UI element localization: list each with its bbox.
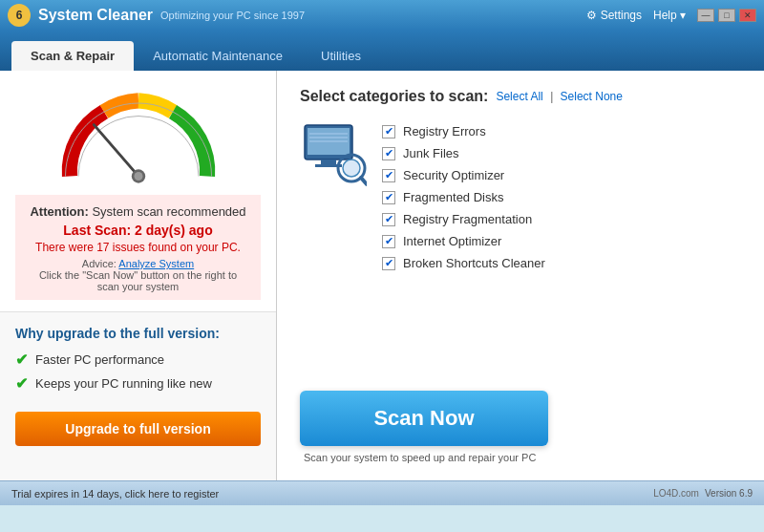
version-text: Version 6.9 <box>705 488 753 499</box>
tabs-container: Scan & Repair Automatic Maintenance Util… <box>0 31 764 71</box>
categories-title: Select categories to scan: <box>300 88 488 105</box>
titlebar: 6 System Cleaner Optimizing your PC sinc… <box>0 0 764 31</box>
main-content: Attention: System scan recommended Last … <box>0 71 764 480</box>
select-none-link[interactable]: Select None <box>561 90 623 103</box>
checkbox-internet-optimizer[interactable]: ✔ <box>382 235 395 248</box>
svg-point-2 <box>134 172 142 181</box>
upgrade-feature-1: ✔ Faster PC performance <box>15 351 261 369</box>
checkbox-security-optimizer[interactable]: ✔ <box>382 169 395 182</box>
checkbox-junk-files[interactable]: ✔ <box>382 147 395 160</box>
svg-point-11 <box>343 160 360 177</box>
tab-scan-repair[interactable]: Scan & Repair <box>11 41 134 71</box>
app-subtitle: Optimizing your PC since 1997 <box>160 10 305 21</box>
category-registry-fragmentation: ✔ Registry Fragmentation <box>382 208 741 230</box>
analyze-link[interactable]: Analyze System <box>118 258 194 269</box>
gauge-section: Attention: System scan recommended Last … <box>0 71 276 312</box>
upgrade-feature-2: ✔ Keeps your PC running like new <box>15 374 261 393</box>
select-all-link[interactable]: Select All <box>496 90 542 103</box>
advice-section: Advice: Analyze System <box>27 258 249 269</box>
close-button[interactable]: ✕ <box>739 9 756 22</box>
scan-status: Attention: System scan recommended Last … <box>15 195 261 300</box>
select-links: Select All | Select None <box>496 90 623 103</box>
left-panel: Attention: System scan recommended Last … <box>0 71 277 480</box>
category-security-optimizer: ✔ Security Optimizer <box>382 164 741 186</box>
category-broken-shortcuts: ✔ Broken Shortcuts Cleaner <box>382 252 741 274</box>
categories-list: ✔ Registry Errors ✔ Junk Files ✔ Securit… <box>382 120 741 372</box>
categories-header: Select categories to scan: Select All | … <box>300 88 741 105</box>
attention-label: Attention: System scan recommended <box>30 204 245 219</box>
scan-now-hint: Scan your system to speed up and repair … <box>300 452 536 463</box>
last-scan: Last Scan: 2 day(s) ago <box>27 223 249 238</box>
upgrade-title: Why upgrade to the full version: <box>15 326 261 341</box>
svg-line-12 <box>361 178 367 184</box>
svg-line-0 <box>94 125 138 177</box>
scan-icon-container <box>300 120 367 372</box>
app-title: System Cleaner <box>38 7 153 24</box>
scan-computer-icon <box>300 120 367 187</box>
checkbox-registry-fragmentation[interactable]: ✔ <box>382 213 395 226</box>
checkbox-broken-shortcuts[interactable]: ✔ <box>382 257 395 270</box>
gauge-container <box>53 90 224 185</box>
check-icon-1: ✔ <box>15 351 28 369</box>
titlebar-left: 6 System Cleaner Optimizing your PC sinc… <box>8 4 305 27</box>
tab-utilities[interactable]: Utilities <box>302 41 380 71</box>
gear-icon: ⚙ <box>586 9 597 22</box>
app-logo: 6 <box>8 4 31 27</box>
check-icon-2: ✔ <box>15 374 28 393</box>
settings-button[interactable]: ⚙ Settings <box>586 9 642 22</box>
checkbox-registry-errors[interactable]: ✔ <box>382 125 395 138</box>
help-button[interactable]: Help ▾ <box>653 9 686 22</box>
upgrade-button[interactable]: Upgrade to full version <box>15 412 261 446</box>
window-controls: — □ ✕ <box>697 9 756 22</box>
tab-automatic-maintenance[interactable]: Automatic Maintenance <box>134 41 302 71</box>
issues-text: There were 17 issues found on your PC. <box>27 241 249 254</box>
upgrade-section: Why upgrade to the full version: ✔ Faste… <box>0 312 276 459</box>
category-internet-optimizer: ✔ Internet Optimizer <box>382 230 741 252</box>
svg-rect-8 <box>321 160 336 164</box>
right-panel: Select categories to scan: Select All | … <box>277 71 764 480</box>
minimize-button[interactable]: — <box>697 9 714 22</box>
scan-hint: Click the "Scan Now" button on the right… <box>27 269 249 292</box>
categories-body: ✔ Registry Errors ✔ Junk Files ✔ Securit… <box>300 120 741 372</box>
scan-now-button[interactable]: Scan Now <box>300 391 548 446</box>
separator: | <box>550 90 553 103</box>
attention-message: Attention: System scan recommended <box>27 202 249 220</box>
category-fragmented-disks: ✔ Fragmented Disks <box>382 186 741 208</box>
checkbox-fragmented-disks[interactable]: ✔ <box>382 191 395 204</box>
statusbar: Trial expires in 14 days, click here to … <box>0 480 764 505</box>
titlebar-right: ⚙ Settings Help ▾ — □ ✕ <box>586 9 756 22</box>
scan-now-section: Scan Now Scan your system to speed up an… <box>300 391 741 463</box>
statusbar-trial-text[interactable]: Trial expires in 14 days, click here to … <box>11 488 219 500</box>
category-registry-errors: ✔ Registry Errors <box>382 120 741 142</box>
category-junk-files: ✔ Junk Files <box>382 142 741 164</box>
statusbar-right: LO4D.com Version 6.9 <box>653 488 753 499</box>
watermark-text: LO4D.com <box>653 488 699 499</box>
maximize-button[interactable]: □ <box>718 9 735 22</box>
